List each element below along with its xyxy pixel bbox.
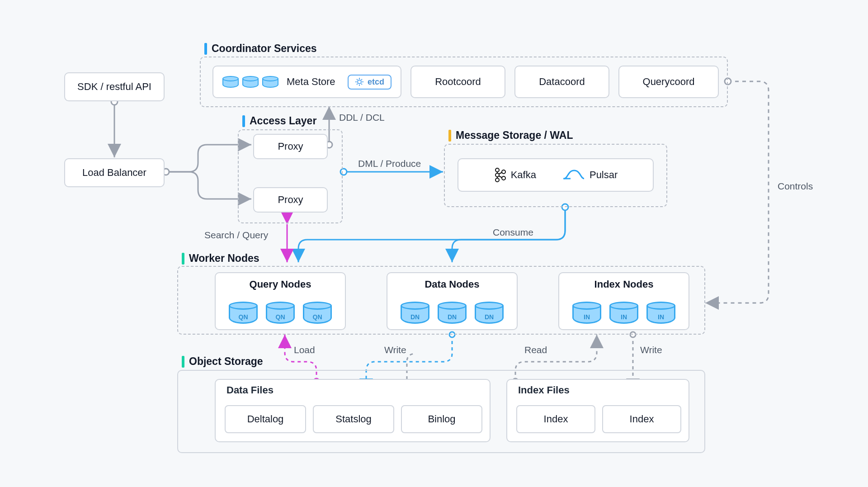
rootcoord-box: Rootcoord	[410, 66, 505, 98]
msg-title-text: Message Storage / WAL	[456, 129, 573, 142]
kafka-icon	[494, 167, 506, 183]
label-load: Load	[294, 345, 315, 355]
proxy-2: Proxy	[253, 187, 328, 213]
index-label: Index	[630, 413, 654, 425]
query-nodes-title: Query Nodes	[216, 279, 345, 290]
proxy-label: Proxy	[278, 141, 303, 152]
group-title-access: Access Layer	[242, 115, 316, 127]
lb-label: Load Balancer	[82, 167, 146, 179]
datacoord-box: Datacoord	[514, 66, 609, 98]
pulsar-label: Pulsar	[590, 169, 618, 181]
db-icon	[242, 76, 259, 88]
db-icon: DN	[475, 302, 504, 324]
kafka-item: Kafka	[494, 167, 536, 183]
data-nodes-title: Data Nodes	[387, 279, 517, 290]
label-consume: Consume	[493, 227, 533, 238]
deltalog-label: Deltalog	[247, 413, 284, 425]
db-icon	[222, 76, 239, 88]
pulsar-item: Pulsar	[563, 169, 618, 181]
proxy-label: Proxy	[278, 194, 303, 206]
index-label: Index	[544, 413, 568, 425]
db-icon: QN	[303, 302, 332, 324]
svg-point-11	[358, 80, 361, 84]
gear-icon	[355, 77, 364, 86]
label-dml: DML / Produce	[358, 158, 421, 169]
db-icon	[262, 76, 278, 88]
kafka-label: Kafka	[511, 169, 536, 181]
group-title-worker: Worker Nodes	[182, 252, 259, 265]
sdk-box: SDK / restful API	[64, 72, 165, 101]
label-write-2: Write	[640, 345, 662, 355]
etcd-label: etcd	[368, 77, 384, 87]
data-files-group: Data Files Deltalog Statslog Binlog	[215, 379, 491, 442]
coord-title-text: Coordinator Services	[212, 43, 317, 55]
meta-store-box: Meta Store etcd	[212, 66, 401, 98]
binlog-label: Binlog	[428, 413, 455, 425]
obj-title-text: Object Storage	[189, 355, 263, 368]
worker-title-text: Worker Nodes	[189, 252, 259, 265]
label-write-1: Write	[384, 345, 406, 355]
svg-point-15	[502, 170, 505, 174]
label-read: Read	[524, 345, 547, 355]
query-nodes-group: Query Nodes QN QN QN	[215, 272, 346, 330]
db-icon: DN	[438, 302, 467, 324]
statslog-box: Statslog	[313, 405, 394, 433]
db-icon: IN	[646, 302, 675, 324]
db-icon: QN	[229, 302, 258, 324]
label-search: Search / Query	[204, 230, 268, 241]
deltalog-box: Deltalog	[225, 405, 306, 433]
index-box-2: Index	[602, 405, 681, 433]
db-icon: DN	[401, 302, 429, 324]
proxy-1: Proxy	[253, 134, 328, 159]
lb-box: Load Balancer	[64, 158, 165, 187]
pulsar-icon	[563, 169, 585, 181]
svg-point-16	[502, 176, 505, 180]
db-icon: IN	[609, 302, 638, 324]
querycoord-box: Querycoord	[618, 66, 719, 98]
label-controls: Controls	[778, 181, 813, 192]
binlog-box: Binlog	[401, 405, 482, 433]
rootcoord-label: Rootcoord	[435, 76, 481, 88]
index-files-group: Index Files Index Index	[506, 379, 689, 442]
etcd-badge: etcd	[348, 75, 392, 90]
msg-inner: Kafka Pulsar	[458, 158, 654, 192]
label-ddl: DDL / DCL	[339, 112, 385, 123]
statslog-label: Statslog	[335, 413, 372, 425]
group-title-coordinator: Coordinator Services	[204, 43, 317, 55]
group-title-obj: Object Storage	[182, 355, 263, 368]
data-files-title: Data Files	[226, 384, 274, 396]
index-files-title: Index Files	[518, 384, 570, 396]
sdk-label: SDK / restful API	[77, 81, 151, 93]
svg-point-12	[495, 168, 499, 172]
meta-store-label: Meta Store	[287, 76, 340, 88]
meta-store-db-icons	[222, 76, 278, 88]
index-box-1: Index	[516, 405, 595, 433]
querycoord-label: Querycoord	[643, 76, 695, 88]
db-icon: QN	[266, 302, 295, 324]
data-nodes-group: Data Nodes DN DN DN	[387, 272, 518, 330]
index-nodes-title: Index Nodes	[559, 279, 689, 290]
datacoord-label: Datacoord	[539, 76, 585, 88]
db-icon: IN	[572, 302, 601, 324]
index-nodes-group: Index Nodes IN IN IN	[558, 272, 689, 330]
group-title-msg: Message Storage / WAL	[448, 129, 573, 142]
svg-point-14	[495, 178, 499, 182]
access-title-text: Access Layer	[250, 115, 316, 127]
